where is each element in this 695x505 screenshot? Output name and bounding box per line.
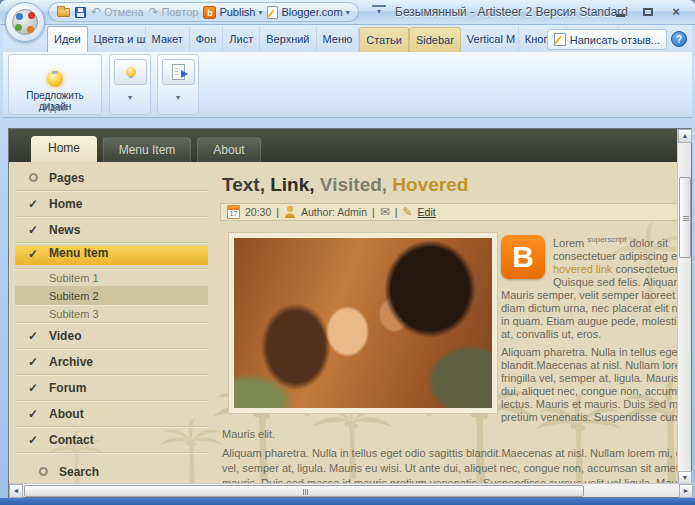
vertical-scrollbar[interactable]: ▲ ▼ — [677, 129, 691, 485]
check-icon: ✓ — [25, 197, 41, 211]
ideas-group-label: Идеи — [9, 102, 101, 113]
export-group: ▾ — [157, 54, 199, 115]
help-button[interactable]: ? — [671, 31, 687, 47]
envelope-icon[interactable]: ✉ — [380, 206, 390, 218]
nav-tab-menu-item[interactable]: Menu Item — [103, 137, 191, 162]
body-line: at, convallis ut, eros. — [501, 328, 677, 341]
calendar-icon: 17 — [227, 205, 240, 219]
author-icon — [284, 206, 296, 218]
scroll-right-button[interactable]: ► — [679, 484, 693, 498]
title-bar: ↶ Отмена ↷ Повтор b Publish ▾ Blogger.co… — [0, 0, 695, 25]
tab-sidebar[interactable]: Sidebar — [409, 27, 461, 52]
sidebar-item-subitem-3[interactable]: Subitem 3 — [15, 305, 208, 323]
publish-dropdown-icon[interactable]: ▾ — [258, 8, 262, 17]
idea-variant-button[interactable] — [114, 59, 147, 85]
sidebar-item-subitem-1[interactable]: Subitem 1 — [15, 269, 208, 287]
close-button[interactable]: × — [667, 4, 685, 19]
check-icon: ✓ — [25, 247, 41, 261]
qat-overflow-button[interactable]: ▾ — [372, 5, 386, 17]
body-line: dui, aliquet nec, congue non, accumsan s… — [501, 385, 677, 398]
app-menu-button[interactable] — [5, 2, 45, 42]
blogger-dropdown-icon[interactable]: ▾ — [346, 8, 350, 17]
edit-link[interactable]: Edit — [418, 206, 436, 218]
blogger-label: Blogger.com — [281, 6, 342, 18]
vertical-scroll-thumb[interactable] — [679, 177, 691, 258]
sidebar-item-pages[interactable]: Pages — [15, 165, 208, 191]
tab-articles[interactable]: Статьи — [359, 27, 409, 52]
tab-sheet[interactable]: Лист — [223, 27, 260, 52]
sidebar-item-subitem-2[interactable]: Subitem 2 — [15, 287, 208, 305]
scroll-left-button[interactable]: ◄ — [9, 484, 23, 498]
sidebar-item-contact[interactable]: ✓ Contact — [15, 427, 208, 453]
sidebar-item-search[interactable]: Search — [15, 459, 208, 483]
title-text-sample: Text, — [222, 174, 270, 195]
sidebar-item-forum[interactable]: ✓ Forum — [15, 375, 208, 401]
export-dropdown[interactable]: ▾ — [158, 93, 198, 102]
quick-access-toolbar: ↶ Отмена ↷ Повтор b Publish ▾ Blogger.co… — [48, 2, 359, 22]
lightbulb-icon — [47, 71, 63, 87]
title-visited-sample[interactable]: Visited, — [320, 174, 393, 195]
idea-variant-dropdown[interactable]: ▾ — [110, 93, 150, 102]
export-button[interactable] — [162, 59, 195, 85]
body-line: fringilla vel, semper at, ligula. Mauris… — [501, 372, 677, 385]
nav-tab-home[interactable]: Home — [31, 136, 97, 162]
save-button[interactable] — [75, 7, 86, 18]
open-button[interactable] — [57, 8, 70, 17]
palette-icon — [12, 9, 38, 35]
article-photo — [234, 238, 492, 408]
check-icon: ✓ — [25, 329, 41, 343]
undo-icon: ↶ — [91, 6, 101, 18]
vertical-menu: Pages ✓ Home ✓ News ✓ Menu Item Subitem … — [15, 162, 208, 483]
body-paragraph-bottom: Aliquam pharetra. Nulla in tellus eget o… — [222, 446, 677, 483]
sidebar-item-home[interactable]: ✓ Home — [15, 191, 208, 217]
tab-header[interactable]: Верхний — [260, 27, 316, 52]
minimize-button[interactable] — [611, 4, 629, 19]
undo-label: Отмена — [104, 6, 143, 18]
meta-separator: | — [276, 206, 279, 218]
blogger-account-button[interactable]: Blogger.com ▾ — [267, 6, 349, 19]
app-window: ↶ Отмена ↷ Повтор b Publish ▾ Blogger.co… — [0, 0, 695, 505]
meta-separator: | — [395, 206, 398, 218]
redo-button[interactable]: ↷ Повтор — [149, 6, 199, 18]
tab-layout[interactable]: Макет — [146, 27, 190, 52]
write-feedback-button[interactable]: Написать отзыв... — [547, 29, 667, 50]
check-icon: ✓ — [25, 407, 41, 421]
horizontal-scroll-thumb[interactable] — [24, 485, 584, 497]
save-icon — [75, 7, 86, 18]
tab-menu[interactable]: Меню — [317, 27, 360, 52]
radio-icon — [35, 465, 51, 479]
article-body: B Lorem superscript dolor sit consectetu… — [208, 228, 677, 428]
publish-button[interactable]: b Publish ▾ — [203, 6, 262, 19]
publish-label: Publish — [219, 6, 255, 18]
title-link-sample[interactable]: Link, — [270, 174, 320, 195]
maximize-button[interactable] — [639, 4, 657, 19]
title-hovered-sample[interactable]: Hovered — [392, 174, 468, 195]
hovered-link-sample[interactable]: hovered link — [553, 263, 612, 275]
tab-vertical-menu[interactable]: Vertical M — [461, 27, 519, 52]
body-line: diam dictum urna, nec placerat elit null… — [501, 302, 677, 315]
window-bottom-edge — [0, 498, 695, 505]
ideas-group: Предложить дизайн Идеи — [8, 54, 102, 115]
design-preview: Home Menu Item About — [8, 128, 692, 498]
body-line: in quam. Etiam augue pede, molestie sed, — [501, 315, 677, 328]
nav-tab-about[interactable]: About — [197, 137, 261, 162]
tab-background[interactable]: Фон — [190, 27, 224, 52]
body-line: Mauris semper, velit semper laoreet quam… — [501, 289, 677, 302]
undo-button[interactable]: ↶ Отмена — [91, 6, 144, 18]
horizontal-scrollbar[interactable]: ◄ ► — [9, 483, 693, 497]
superscript-text: superscript — [587, 235, 626, 244]
redo-label: Повтор — [162, 6, 199, 18]
body-line: Aliquam pharetra. Nulla in tellus eget o… — [222, 446, 677, 461]
sidebar-item-archive[interactable]: ✓ Archive — [15, 349, 208, 375]
sidebar-item-about[interactable]: ✓ About — [15, 401, 208, 427]
tab-ideas[interactable]: Идеи — [47, 26, 88, 52]
sidebar-item-menu-item[interactable]: ✓ Menu Item — [15, 243, 208, 269]
sidebar-item-video[interactable]: ✓ Video — [15, 323, 208, 349]
tab-colors-fonts[interactable]: Цвета и ш — [88, 27, 146, 52]
meta-separator: | — [372, 206, 375, 218]
suggest-design-button[interactable]: Предложить дизайн — [12, 56, 98, 102]
window-title: Безымянный - Artisteer 2 Версия Standard — [395, 5, 628, 19]
body-line: blandit.Maecenas at nisl. Nullam lorem m… — [501, 359, 677, 372]
scroll-up-button[interactable]: ▲ — [678, 129, 692, 143]
sidebar-item-news[interactable]: ✓ News — [15, 217, 208, 243]
